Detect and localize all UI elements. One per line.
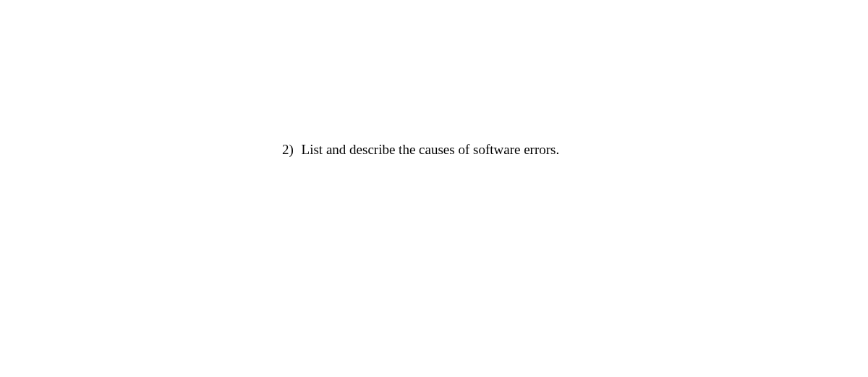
question-item: 2) List and describe the causes of softw…	[282, 142, 559, 158]
question-text: List and describe the causes of software…	[302, 142, 560, 157]
question-number: 2)	[282, 142, 294, 157]
